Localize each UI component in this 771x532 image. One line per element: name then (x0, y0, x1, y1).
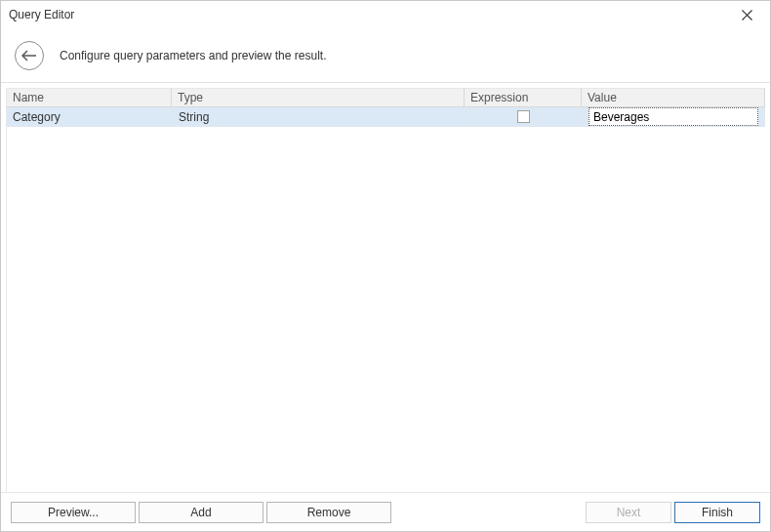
subheader-text: Configure query parameters and preview t… (60, 49, 326, 62)
table-row[interactable]: Category String (7, 107, 765, 127)
row-name-cell[interactable]: Category (7, 107, 173, 127)
remove-button[interactable]: Remove (266, 502, 391, 523)
window-title: Query Editor (9, 8, 74, 21)
row-value-cell[interactable] (583, 107, 765, 127)
query-editor-window: Query Editor Configure query parameters … (0, 0, 771, 532)
row-expression-cell[interactable] (466, 107, 583, 127)
footer: Preview... Add Remove Next Finish (1, 492, 770, 531)
row-type-cell[interactable]: String (173, 107, 466, 127)
value-input[interactable] (588, 107, 758, 126)
content-area: Name Type Expression Value Category Stri… (1, 83, 770, 492)
titlebar: Query Editor (1, 1, 770, 28)
subheader: Configure query parameters and preview t… (1, 28, 770, 83)
close-icon (742, 10, 752, 20)
column-header-value[interactable]: Value (582, 88, 765, 107)
expression-checkbox[interactable] (517, 110, 530, 123)
preview-button[interactable]: Preview... (11, 502, 136, 523)
back-button[interactable] (15, 41, 44, 70)
add-button[interactable]: Add (139, 502, 264, 523)
next-button: Next (586, 502, 671, 523)
finish-button[interactable]: Finish (674, 502, 760, 523)
table-header: Name Type Expression Value (6, 88, 765, 107)
close-button[interactable] (731, 3, 762, 26)
column-header-type[interactable]: Type (172, 88, 465, 107)
column-header-expression[interactable]: Expression (465, 88, 582, 107)
column-header-name[interactable]: Name (6, 88, 172, 107)
arrow-left-icon (21, 50, 37, 61)
table-body: Category String (6, 107, 765, 492)
